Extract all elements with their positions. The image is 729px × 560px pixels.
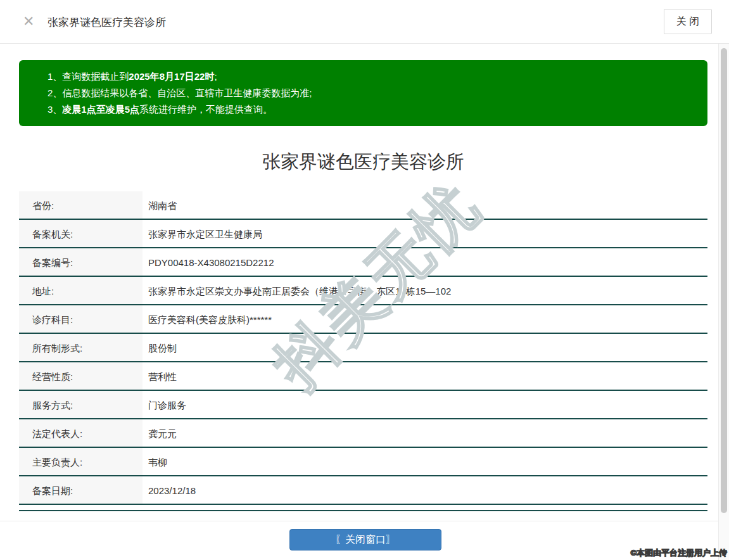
table-row: 备案机关: 张家界市永定区卫生健康局 bbox=[19, 220, 707, 248]
table-row: 法定代表人: 龚元元 bbox=[19, 419, 707, 448]
copyright-notice: ©本图由平台注册用户上传 bbox=[630, 547, 727, 559]
field-value: 湖南省 bbox=[143, 191, 707, 219]
window-title: 张家界谜色医疗美容诊所 bbox=[48, 15, 166, 30]
close-window-button[interactable]: 〖关闭窗口〗 bbox=[289, 529, 441, 550]
detail-table: 省份: 湖南省 备案机关: 张家界市永定区卫生健康局 备案编号: PDY0041… bbox=[19, 191, 707, 511]
field-value: 门诊服务 bbox=[143, 391, 707, 418]
field-label: 备案日期: bbox=[19, 476, 143, 504]
close-x-icon[interactable]: ✕ bbox=[23, 13, 34, 30]
table-row: 所有制形式: 股份制 bbox=[19, 334, 707, 362]
field-value: 张家界市永定区卫生健康局 bbox=[143, 220, 707, 247]
notice-line-1: 1、查询数据截止到2025年8月17日22时; bbox=[48, 68, 695, 85]
table-row: 诊疗科目: 医疗美容科(美容皮肤科)****** bbox=[19, 305, 707, 334]
field-label: 诊疗科目: bbox=[19, 305, 143, 333]
field-label: 经营性质: bbox=[19, 362, 143, 390]
table-row: 备案日期: 2023/12/18 bbox=[19, 476, 707, 505]
field-label: 所有制形式: bbox=[19, 334, 143, 361]
field-value: 股份制 bbox=[143, 334, 707, 361]
table-row: 主要负责人: 韦柳 bbox=[19, 448, 707, 476]
notice-line-3: 3、凌晨1点至凌晨5点系统进行维护，不能提供查询。 bbox=[48, 101, 695, 118]
field-label: 地址: bbox=[19, 277, 143, 304]
scrollbar-thumb[interactable] bbox=[721, 48, 727, 513]
field-value: 医疗美容科(美容皮肤科)****** bbox=[143, 305, 707, 333]
table-row: 服务方式: 门诊服务 bbox=[19, 391, 707, 419]
field-value: 2023/12/18 bbox=[143, 476, 707, 504]
table-row: 备案编号: PDY00418-X43080215D2212 bbox=[19, 248, 707, 277]
notice-line-2: 2、信息数据结果以各省、自治区、直辖市卫生健康委数据为准; bbox=[48, 85, 695, 101]
scrollbar-track[interactable] bbox=[718, 44, 729, 560]
table-bottom-border bbox=[19, 505, 707, 511]
field-label: 服务方式: bbox=[19, 391, 143, 418]
field-label: 备案机关: bbox=[19, 220, 143, 247]
field-label: 法定代表人: bbox=[19, 419, 143, 447]
table-row: 经营性质: 营利性 bbox=[19, 362, 707, 391]
field-value: 龚元元 bbox=[143, 419, 707, 447]
page-title: 张家界谜色医疗美容诊所 bbox=[19, 150, 707, 175]
footer-divider bbox=[0, 521, 718, 521]
content-area: 1、查询数据截止到2025年8月17日22时; 2、信息数据结果以各省、自治区、… bbox=[0, 44, 718, 511]
field-label: 备案编号: bbox=[19, 248, 143, 276]
field-label: 省份: bbox=[19, 191, 143, 219]
registration-detail-window: ✕ 张家界谜色医疗美容诊所 关 闭 1、查询数据截止到2025年8月17日22时… bbox=[0, 0, 729, 560]
table-row: 地址: 张家界市永定区崇文办事处南正居委会（维港十字街）东区15栋15—102 bbox=[19, 277, 707, 305]
field-value: 韦柳 bbox=[143, 448, 707, 475]
window-header: ✕ 张家界谜色医疗美容诊所 关 闭 bbox=[0, 0, 729, 44]
field-value: PDY00418-X43080215D2212 bbox=[143, 248, 707, 276]
field-value: 营利性 bbox=[143, 362, 707, 390]
close-button[interactable]: 关 闭 bbox=[664, 9, 712, 34]
table-row: 省份: 湖南省 bbox=[19, 191, 707, 220]
notice-banner: 1、查询数据截止到2025年8月17日22时; 2、信息数据结果以各省、自治区、… bbox=[19, 60, 707, 126]
field-label: 主要负责人: bbox=[19, 448, 143, 475]
field-value: 张家界市永定区崇文办事处南正居委会（维港十字街）东区15栋15—102 bbox=[143, 277, 707, 304]
